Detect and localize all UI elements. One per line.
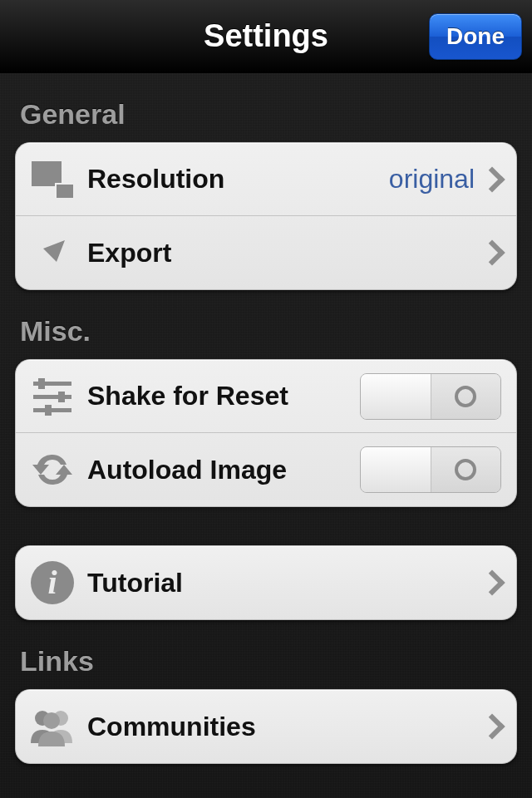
row-label: Resolution [87, 164, 389, 195]
export-icon [26, 232, 79, 273]
group-links: Communities [15, 689, 517, 764]
toggle-shake-reset[interactable] [360, 373, 501, 420]
section-header-misc: Misc. [20, 315, 517, 347]
chevron-right-icon [479, 239, 505, 265]
communities-icon [26, 707, 79, 746]
done-button[interactable]: Done [429, 13, 522, 60]
chevron-right-icon [479, 166, 505, 192]
row-label: Communities [87, 712, 483, 742]
svg-rect-5 [45, 405, 52, 416]
row-label: Tutorial [87, 568, 483, 598]
svg-rect-4 [33, 408, 71, 412]
chevron-right-icon [479, 569, 505, 595]
group-general: Resolution original Export [15, 142, 517, 290]
toggle-autoload-image[interactable] [360, 446, 501, 493]
page-title: Settings [204, 18, 328, 54]
row-autoload-image: Autoload Image [16, 433, 516, 506]
content: General Resolution original Export Misc. [0, 98, 532, 764]
section-header-general: General [20, 98, 517, 131]
row-label: Autoload Image [87, 455, 360, 485]
row-label: Export [87, 238, 483, 268]
info-icon: i [26, 561, 79, 604]
chevron-right-icon [479, 713, 505, 739]
row-tutorial[interactable]: i Tutorial [16, 546, 516, 619]
resolution-icon [26, 161, 79, 198]
row-value: original [389, 164, 475, 195]
svg-point-8 [43, 712, 60, 729]
group-tutorial: i Tutorial [15, 545, 517, 620]
row-resolution[interactable]: Resolution original [16, 143, 516, 216]
row-export[interactable]: Export [16, 216, 516, 289]
sliders-icon [26, 377, 79, 416]
refresh-icon [26, 448, 79, 491]
toggle-knob [431, 374, 501, 419]
svg-rect-1 [38, 378, 45, 389]
toggle-knob [431, 447, 501, 492]
toggle-off-side [361, 374, 431, 419]
row-communities[interactable]: Communities [16, 690, 516, 763]
group-misc: Shake for Reset Autoload Image [15, 359, 517, 507]
row-label: Shake for Reset [87, 381, 360, 411]
svg-rect-2 [33, 395, 71, 399]
svg-rect-3 [58, 392, 65, 402]
section-header-links: Links [20, 645, 517, 677]
row-shake-reset: Shake for Reset [16, 360, 516, 433]
toggle-off-side [361, 447, 431, 492]
navbar: Settings Done [0, 0, 532, 73]
